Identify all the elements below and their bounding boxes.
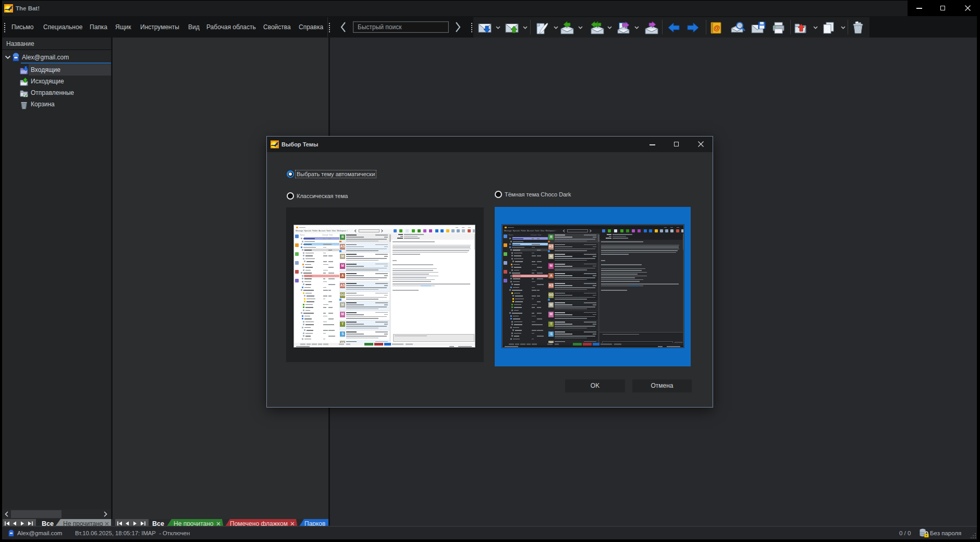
svg-text:@: @ bbox=[714, 24, 720, 32]
